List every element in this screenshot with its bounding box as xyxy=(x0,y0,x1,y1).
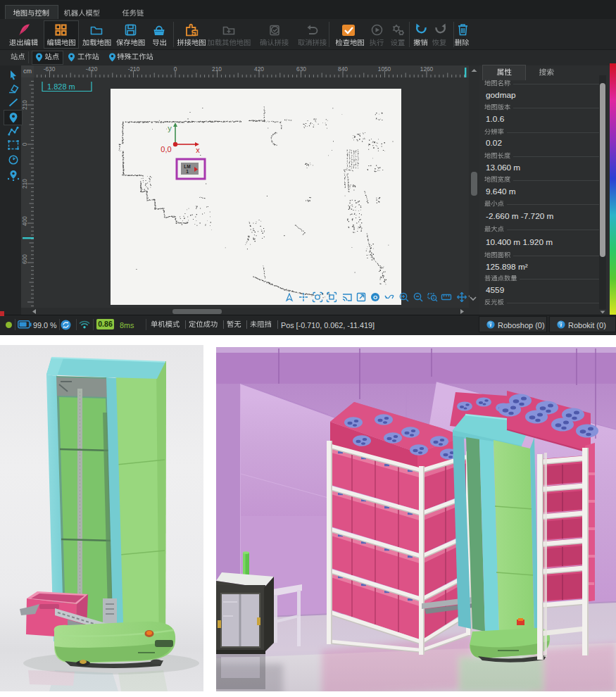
svg-text:420: 420 xyxy=(254,65,264,73)
svg-text:1050: 1050 xyxy=(378,65,391,73)
svg-text:630: 630 xyxy=(296,65,306,73)
svg-text:400: 400 xyxy=(21,216,28,226)
svg-text:0,0: 0,0 xyxy=(161,145,171,153)
svg-text:0: 0 xyxy=(21,142,28,146)
svg-text:0: 0 xyxy=(174,65,177,73)
svg-text:210: 210 xyxy=(21,179,28,189)
svg-text:-630: -630 xyxy=(44,65,56,73)
svg-text:1: 1 xyxy=(186,169,189,174)
svg-text:-210: -210 xyxy=(128,65,140,73)
svg-text:1260: 1260 xyxy=(420,65,434,73)
svg-text:840: 840 xyxy=(338,65,348,73)
svg-text:-420: -420 xyxy=(86,65,98,73)
svg-text:LM: LM xyxy=(184,164,190,169)
svg-text:1.828 m: 1.828 m xyxy=(47,82,75,91)
svg-text:600: 600 xyxy=(21,254,28,264)
svg-text:210: 210 xyxy=(212,65,222,73)
svg-text:x: x xyxy=(196,146,200,154)
svg-text:O: O xyxy=(373,294,377,301)
svg-text:y: y xyxy=(168,124,172,132)
svg-text:210: 210 xyxy=(21,100,28,110)
